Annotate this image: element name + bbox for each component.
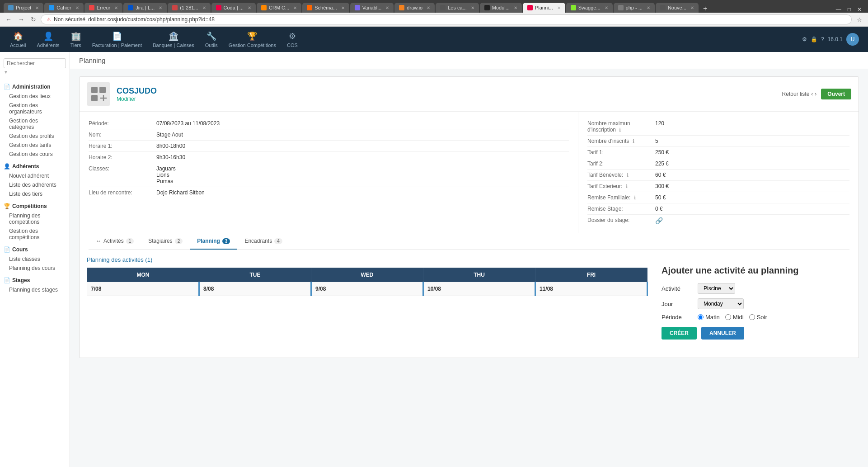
browser-tab-1[interactable]: Project ✕ <box>4 3 43 13</box>
tab-activites[interactable]: ↔ Activités 1 <box>89 233 141 250</box>
tab-close-8[interactable]: ✕ <box>341 5 345 10</box>
browser-tab-8[interactable]: Schéma... ✕ <box>302 3 349 13</box>
back-button[interactable]: ← <box>4 15 14 24</box>
search-dropdown-icon[interactable]: ▼ <box>4 70 8 75</box>
radio-midi[interactable]: Midi <box>725 314 744 321</box>
tab-close-7[interactable]: ✕ <box>293 5 297 10</box>
tab-close-1[interactable]: ✕ <box>35 5 39 10</box>
creer-button[interactable]: CRÉER <box>662 327 697 340</box>
tab-close-4[interactable]: ✕ <box>159 5 162 10</box>
nav-outils[interactable]: 🔧 Outils <box>200 28 223 52</box>
tab-encadrants[interactable]: Encadrants 4 <box>237 233 289 250</box>
radio-matin[interactable]: Matin <box>698 314 720 321</box>
sidebar-item-gestion-categories[interactable]: Gestion des catégories <box>4 116 66 132</box>
nav-accueil[interactable]: 🏠 Accueil <box>5 28 31 52</box>
tab-close-14[interactable]: ✕ <box>605 5 608 10</box>
browser-tab-14[interactable]: Swagge... ✕ <box>566 3 613 13</box>
browser-tab-10[interactable]: draw.io ✕ <box>394 3 435 13</box>
new-tab-button[interactable]: + <box>699 5 711 13</box>
info-icon-1: ℹ <box>633 138 634 144</box>
tab-close-13[interactable]: ✕ <box>557 5 561 10</box>
tab-close-5[interactable]: ✕ <box>202 5 206 10</box>
card-action[interactable]: Modifier <box>117 96 157 102</box>
nav-gestion[interactable]: 🏆 Gestion Compétitions <box>223 28 282 52</box>
browser-tab-9[interactable]: Variabl... ✕ <box>350 3 394 13</box>
detail-row-tarif2: Tarif 2: 225 € <box>587 158 849 170</box>
tab-close-16[interactable]: ✕ <box>690 5 694 10</box>
sidebar-item-planning-stages[interactable]: Planning des stages <box>4 285 66 294</box>
tab-close-3[interactable]: ✕ <box>114 5 118 10</box>
annuler-button[interactable]: ANNULER <box>701 327 744 340</box>
browser-tab-13[interactable]: Planni... ✕ <box>523 3 565 13</box>
detail-row-dossier: Dossier du stage: 🔗 <box>587 215 849 226</box>
tab-close-9[interactable]: ✕ <box>385 5 389 10</box>
content: Planning <box>70 52 868 467</box>
sidebar-section-title-administration: 📄 Administration <box>4 84 66 90</box>
tab-close-12[interactable]: ✕ <box>514 5 517 10</box>
sidebar-item-gestion-tarifs[interactable]: Gestion des tarifs <box>4 141 66 150</box>
radio-soir-input[interactable] <box>749 314 755 320</box>
tab-close-6[interactable]: ✕ <box>248 5 251 10</box>
sidebar-item-liste-classes[interactable]: Liste classes <box>4 255 66 264</box>
dossier-link-icon[interactable]: 🔗 <box>655 217 663 224</box>
activite-select[interactable]: Piscine Judo Natation <box>698 283 735 294</box>
tab-close-11[interactable]: ✕ <box>471 5 474 10</box>
minimize-button[interactable]: — <box>833 6 844 13</box>
sidebar-item-gestion-lieux[interactable]: Gestion des lieux <box>4 92 66 101</box>
nav-facturation[interactable]: 📄 Facturation | Paiement <box>87 28 147 52</box>
radio-matin-input[interactable] <box>698 314 704 320</box>
tab-stagiaires[interactable]: Stagiaires 2 <box>141 233 190 250</box>
sidebar-section-stages: 📄 Stages Planning des stages <box>0 274 70 295</box>
nav-cos[interactable]: ⚙ COS <box>282 28 303 52</box>
browser-tab-12[interactable]: Modul... ✕ <box>480 3 522 13</box>
search-input[interactable] <box>4 58 66 68</box>
tab-close-2[interactable]: ✕ <box>75 5 79 10</box>
browser-tab-15[interactable]: php - ... ✕ <box>614 3 655 13</box>
browser-tab-5[interactable]: (1 281... ✕ <box>168 3 210 13</box>
nav-tiers[interactable]: 🏢 Tiers <box>65 28 87 52</box>
status-open-button[interactable]: Ouvert <box>821 89 851 99</box>
maximize-button[interactable]: □ <box>845 6 854 13</box>
lock-icon[interactable]: 🔒 <box>811 36 817 42</box>
forward-button[interactable]: → <box>16 15 26 24</box>
sidebar-item-gestion-cours[interactable]: Gestion des cours <box>4 150 66 159</box>
sidebar-section-title-adherents: 👤 Adhérents <box>4 163 66 170</box>
radio-midi-input[interactable] <box>725 314 731 320</box>
tab-close-10[interactable]: ✕ <box>427 5 430 10</box>
browser-tab-4[interactable]: Jira | L... ✕ <box>123 3 167 13</box>
settings-icon[interactable]: ⚙ <box>802 36 807 42</box>
detail-row-tarif1: Tarif 1: 250 € <box>587 147 849 158</box>
bookmark-icon[interactable]: ☆ <box>854 15 864 24</box>
cell-thu: 10/08 <box>423 282 535 296</box>
jour-select[interactable]: Monday Tuesday Wednesday Thursday Friday <box>698 298 744 309</box>
form-buttons: CRÉER ANNULER <box>662 327 851 340</box>
tab-planning[interactable]: Planning 3 <box>190 233 237 250</box>
reload-button[interactable]: ↻ <box>29 15 38 24</box>
user-avatar[interactable]: U <box>846 33 859 46</box>
sidebar-item-gestion-competitions[interactable]: Gestion des compétitions <box>4 226 66 242</box>
tab-close-15[interactable]: ✕ <box>647 5 650 10</box>
sidebar-item-planning-competitions[interactable]: Planning des compétitions <box>4 211 66 226</box>
sidebar-item-liste-tiers[interactable]: Liste des tiers <box>4 189 66 198</box>
browser-tab-6[interactable]: Coda | ... ✕ <box>211 3 256 13</box>
sidebar-item-gestion-profils[interactable]: Gestion des profils <box>4 132 66 141</box>
browser-tab-2[interactable]: Cahier ✕ <box>44 3 83 13</box>
close-window-button[interactable]: ✕ <box>854 6 864 13</box>
retour-liste-button[interactable]: Retour liste ‹ › <box>782 91 817 97</box>
radio-soir[interactable]: Soir <box>749 314 767 321</box>
sidebar-item-gestion-organisateurs[interactable]: Gestion des organisateurs <box>4 101 66 116</box>
question-icon[interactable]: ? <box>821 36 824 42</box>
url-bar[interactable]: ⚠ Non sécurisé dolibarr.cosjudo/custom/c… <box>41 14 852 24</box>
nav-adherents[interactable]: 👤 Adhérents <box>31 28 65 52</box>
sidebar-item-nouvel-adherent[interactable]: Nouvel adhérent <box>4 171 66 180</box>
cours-icon: 📄 <box>4 246 10 253</box>
browser-tab-16[interactable]: Nouve... ✕ <box>656 3 699 13</box>
sidebar-item-planning-cours[interactable]: Planning des cours <box>4 264 66 273</box>
nav-banques[interactable]: 🏦 Banques | Caisses <box>147 28 200 52</box>
sidebar-item-liste-adherents[interactable]: Liste des adhérents <box>4 180 66 189</box>
sidebar-section-adherents: 👤 Adhérents Nouvel adhérent Liste des ad… <box>0 160 70 199</box>
activite-label: Activité <box>662 285 693 292</box>
browser-tab-7[interactable]: CRM C... ✕ <box>257 3 301 13</box>
browser-tab-11[interactable]: Les ca... ✕ <box>436 3 479 13</box>
browser-tab-3[interactable]: Erreur ✕ <box>84 3 123 13</box>
